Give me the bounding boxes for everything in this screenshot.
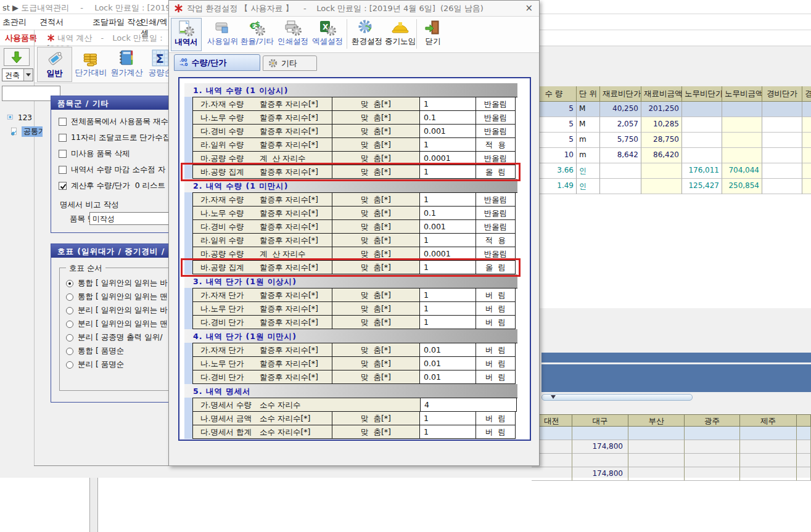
checkbox-row[interactable]: 내역서 수량 마감 소수점 자 xyxy=(59,165,165,175)
value-cell[interactable]: 1 xyxy=(420,193,476,207)
grid-cell[interactable]: 86,420 xyxy=(641,148,682,163)
menu-item-초관리[interactable]: 초관리 xyxy=(2,17,27,28)
grid-cell[interactable]: 125,427 xyxy=(682,179,722,194)
checkbox-row[interactable]: 미사용 품목 삭제 xyxy=(59,149,130,159)
toolbar-button-원가계산[interactable]: 원가계산 xyxy=(109,47,144,82)
item-detail-input[interactable]: 미작성 xyxy=(89,212,171,225)
dialog-toolbar-button-닫기[interactable]: 닫기 xyxy=(419,18,447,51)
region-cell[interactable] xyxy=(628,427,685,440)
region-cell[interactable] xyxy=(797,467,811,481)
grid-cell[interactable]: 201,250 xyxy=(641,102,682,117)
value-cell[interactable]: 1 xyxy=(420,412,476,425)
tree-item[interactable]: 공통가 xyxy=(10,126,43,137)
rounding-cell[interactable]: 반올림 xyxy=(476,97,516,111)
fit-mode-cell[interactable]: 맞 춤[*] xyxy=(332,207,420,220)
fit-mode-cell[interactable]: 맞 춤[*] xyxy=(332,111,420,125)
checkbox[interactable] xyxy=(59,134,67,142)
value-cell[interactable]: 4 xyxy=(421,398,517,412)
used-items-label[interactable]: 사용품목 xyxy=(5,33,37,44)
value-cell[interactable]: 0.01 xyxy=(420,370,476,384)
radio-row[interactable]: 분리 [ 공종명 출력 일위/ xyxy=(66,332,162,343)
rounding-cell[interactable]: 반올림 xyxy=(476,111,516,125)
fit-mode-cell[interactable]: 맞 춤[*] xyxy=(332,412,420,425)
region-cell[interactable] xyxy=(685,427,740,440)
radio-button[interactable] xyxy=(66,334,73,342)
fit-mode-cell[interactable]: 맞 춤[*] xyxy=(332,370,420,384)
dialog-titlebar[interactable]: 작업 환경설정 【 사용자료 】 - Lock 만료일 : [2019년 4월 … xyxy=(169,1,539,17)
region-data-row[interactable] xyxy=(532,427,811,440)
rounding-cell[interactable]: 적 용 xyxy=(476,138,516,152)
dialog-toolbar-button-중기노임[interactable]: 중기노임 xyxy=(385,18,416,51)
value-cell[interactable]: 1 xyxy=(420,234,476,247)
grid-cell[interactable] xyxy=(802,102,811,117)
fit-mode-cell[interactable]: 맞 춤[*] xyxy=(332,302,420,316)
radio-button[interactable] xyxy=(66,307,73,314)
tree-item[interactable]: 123 xyxy=(6,113,32,122)
region-cell[interactable] xyxy=(628,454,685,467)
fit-mode-cell[interactable]: 맞 춤[*] xyxy=(332,316,420,329)
value-cell[interactable]: 0.1 xyxy=(420,207,476,220)
category-dropdown[interactable]: 건축 xyxy=(2,68,33,81)
grid-cell[interactable]: 176,011 xyxy=(682,163,722,179)
region-cell[interactable] xyxy=(740,467,797,481)
grid-cell[interactable] xyxy=(762,148,802,163)
region-cell[interactable] xyxy=(572,454,628,467)
grid-cell[interactable]: 8,642 xyxy=(600,148,641,163)
grid-cell[interactable] xyxy=(762,163,802,179)
grid-cell[interactable] xyxy=(762,179,802,194)
grid-cell[interactable] xyxy=(802,117,811,133)
grid-cell[interactable]: 5,750 xyxy=(600,133,641,148)
checkbox[interactable] xyxy=(59,118,67,126)
dialog-toolbar-button-사용일위[interactable]: 사용일위 xyxy=(206,18,239,51)
value-cell[interactable]: 0.1 xyxy=(420,111,476,125)
value-cell[interactable]: 0.01 xyxy=(420,357,476,370)
rounding-cell[interactable]: 버 림 xyxy=(476,412,516,425)
grid-cell[interactable] xyxy=(641,179,682,194)
checkbox-checked[interactable] xyxy=(59,182,67,190)
fit-mode-cell[interactable]: 맞 춤[*] xyxy=(332,289,420,302)
region-cell[interactable] xyxy=(572,427,628,440)
dialog-toolbar-button-환경설정[interactable]: 환경설정 xyxy=(350,18,384,51)
dialog-toolbar-button-내역서[interactable]: 내역서 xyxy=(171,18,202,51)
value-cell[interactable]: 1 xyxy=(420,97,476,111)
grid-cell[interactable]: 28,750 xyxy=(641,133,682,148)
value-cell[interactable]: 1 xyxy=(420,425,476,439)
fit-mode-cell[interactable]: 맞 춤[*] xyxy=(332,193,420,207)
region-cell[interactable] xyxy=(797,454,811,467)
checkbox[interactable] xyxy=(59,150,67,158)
radio-row[interactable]: 분리 [ 일위안의 일위는 맨 xyxy=(66,319,168,329)
radio-row[interactable]: 통합 [ 일위안의 일위는 맨 xyxy=(66,292,168,302)
rounding-cell[interactable]: 버 림 xyxy=(476,302,516,316)
checkbox-row[interactable]: 전체품목에서 사용품목 재수 xyxy=(59,117,168,127)
grid-cell[interactable] xyxy=(722,133,762,148)
fit-mode-cell[interactable]: 맞 춤[*] xyxy=(332,125,420,138)
grid-cell[interactable] xyxy=(802,179,811,194)
grid-data-row[interactable]: 1.49인125,427250,854 xyxy=(532,179,811,194)
fit-mode-cell[interactable]: 맞 춤[*] xyxy=(332,220,420,234)
value-cell[interactable]: 0.01 xyxy=(420,343,476,357)
rounding-cell[interactable]: 반올림 xyxy=(476,125,516,138)
region-data-row[interactable]: 174,800 xyxy=(532,467,811,481)
radio-button[interactable] xyxy=(66,348,73,355)
grid-cell[interactable]: m xyxy=(577,148,600,163)
rounding-cell[interactable]: 버 림 xyxy=(476,289,516,302)
rounding-cell[interactable]: 버 림 xyxy=(476,425,516,439)
region-cell[interactable] xyxy=(685,467,740,481)
grid-cell[interactable]: M xyxy=(577,102,600,117)
grid-cell[interactable]: 2,057 xyxy=(600,117,641,133)
region-cell[interactable] xyxy=(685,454,740,467)
value-cell[interactable]: 1 xyxy=(420,138,476,152)
radio-row[interactable]: 분리 [ 품명순 xyxy=(66,359,124,370)
toolbar-button-단가대비[interactable]: 단가대비 xyxy=(74,47,108,82)
region-cell[interactable] xyxy=(740,427,797,440)
radio-button[interactable] xyxy=(66,361,73,369)
fit-mode-cell[interactable]: 맞 춤[*] xyxy=(332,138,420,152)
menu-item-조달파일 작성[interactable]: 조달파일 작성 xyxy=(93,17,143,28)
grid-cell[interactable]: 인 xyxy=(577,163,600,179)
grid-cell[interactable] xyxy=(682,148,722,163)
radio-button-selected[interactable] xyxy=(66,280,73,287)
dialog-toolbar-button-엑셀설정[interactable]: X엑셀설정 xyxy=(311,18,344,51)
rounding-cell[interactable]: 버 림 xyxy=(476,357,516,370)
region-cell[interactable] xyxy=(628,440,685,454)
grid-cell[interactable] xyxy=(682,102,722,117)
